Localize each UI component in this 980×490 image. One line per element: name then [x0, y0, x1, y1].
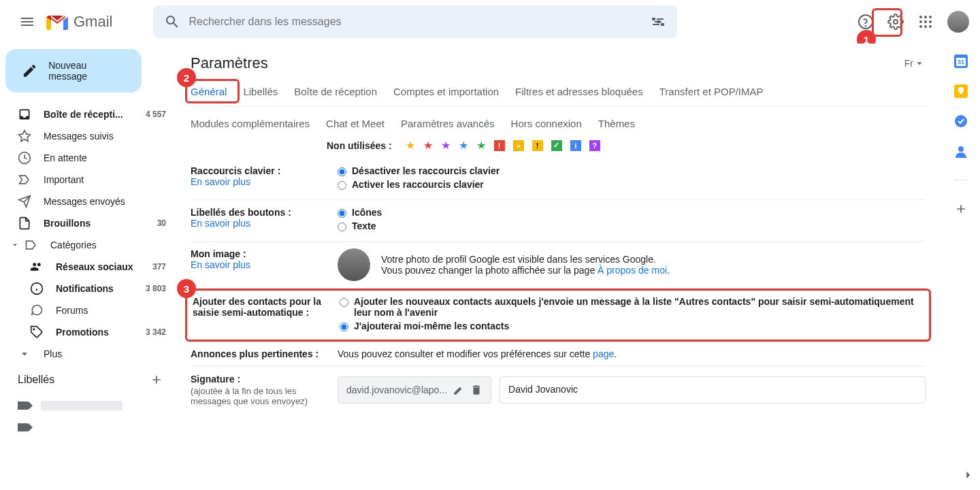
ads-page-link[interactable]: page: [593, 348, 614, 359]
badge-purple-question[interactable]: ?: [589, 140, 600, 151]
tab-offline[interactable]: Hors connexion: [511, 115, 582, 132]
tab-accounts[interactable]: Comptes et importation: [393, 83, 499, 103]
setting-label-text: Annonces plus pertinentes :: [191, 348, 318, 359]
compose-label: Nouveau message: [48, 60, 125, 82]
add-app-icon[interactable]: [954, 202, 968, 216]
sidebar-item-inbox[interactable]: Boîte de récepti... 4 557: [0, 103, 174, 125]
learn-more-link[interactable]: En savoir plus: [191, 218, 250, 229]
compose-button[interactable]: Nouveau message: [5, 49, 142, 93]
svg-point-20: [958, 146, 964, 152]
learn-more-link[interactable]: En savoir plus: [191, 259, 250, 270]
sidebar-item-label: Boîte de récepti...: [44, 109, 146, 120]
svg-point-3: [919, 16, 922, 18]
tab-inbox[interactable]: Boîte de réception: [294, 83, 377, 103]
radio-label[interactable]: Activer les raccourcis clavier: [352, 179, 484, 190]
tab-filters[interactable]: Filtres et adresses bloquées: [515, 83, 643, 103]
radio-autocontacts-on[interactable]: [340, 298, 348, 307]
star-red[interactable]: ★: [423, 139, 433, 152]
tab-chat[interactable]: Chat et Meet: [326, 115, 385, 132]
radio-label[interactable]: Ajouter les nouveaux contacts auxquels j…: [354, 296, 924, 318]
sidebar-item-promos[interactable]: Promotions 3 342: [0, 321, 174, 343]
label-icon: [18, 423, 29, 431]
search-options-icon[interactable]: [650, 14, 666, 30]
radio-shortcuts-off[interactable]: [338, 167, 346, 176]
setting-label-text: Signature :: [191, 374, 240, 385]
radio-shortcuts-on[interactable]: [338, 181, 346, 190]
tab-pop[interactable]: Transfert et POP/IMAP: [659, 83, 764, 103]
radio-btnlabels-text[interactable]: [338, 223, 346, 231]
star-green[interactable]: ★: [476, 139, 486, 152]
label-item[interactable]: [0, 416, 174, 438]
language-selector[interactable]: Fr: [904, 57, 926, 69]
tab-labels[interactable]: Libellés: [243, 83, 278, 103]
svg-point-1: [866, 26, 866, 27]
search-input[interactable]: [189, 16, 650, 28]
setting-label-text: Raccourcis clavier :: [191, 165, 280, 176]
signature-selector[interactable]: david.jovanovic@lapo...: [338, 376, 491, 404]
radio-autocontacts-off[interactable]: [340, 323, 348, 331]
about-me-link[interactable]: À propos de moi: [598, 265, 667, 276]
signature-editor[interactable]: David Jovanovic: [500, 376, 926, 404]
sent-icon: [18, 195, 31, 208]
menu-button[interactable]: [11, 5, 44, 38]
sidebar-item-label: Forums: [56, 305, 166, 316]
sidebar-item-label: Plus: [44, 348, 166, 359]
sidebar-item-label: Brouillons: [44, 218, 157, 229]
sidebar-item-updates[interactable]: Notifications 3 803: [0, 278, 174, 299]
plus-icon[interactable]: [150, 373, 163, 387]
star-icon: [18, 129, 31, 143]
settings-button[interactable]: [882, 8, 909, 35]
svg-point-8: [929, 20, 932, 23]
setting-label-text: Libellés des boutons :: [191, 207, 291, 218]
star-orange[interactable]: ★: [406, 139, 415, 152]
badge-red-exclaim[interactable]: !: [494, 140, 505, 151]
profile-avatar[interactable]: [338, 248, 370, 281]
sidebar-item-forums[interactable]: Forums: [0, 299, 174, 321]
keep-app-icon[interactable]: [954, 84, 968, 98]
account-avatar[interactable]: [947, 11, 969, 33]
apps-button[interactable]: [912, 8, 939, 35]
star-blue[interactable]: ★: [459, 139, 468, 152]
sidebar-item-drafts[interactable]: Brouillons 30: [0, 212, 174, 234]
sidebar-item-important[interactable]: Important: [0, 169, 174, 191]
pencil-icon: [22, 63, 37, 79]
tasks-app-icon[interactable]: [954, 114, 968, 128]
gmail-logo[interactable]: Gmail: [46, 13, 112, 31]
info-icon: [30, 282, 44, 295]
stars-unused-row: Non utilisées : ★ ★ ★ ★ ★ ! » ! ✓ i ?: [327, 139, 926, 159]
badge-yellow-exclaim[interactable]: !: [532, 140, 543, 151]
apps-icon: [917, 14, 934, 30]
radio-btnlabels-icons[interactable]: [338, 209, 346, 218]
sidebar-item-social[interactable]: Réseaux sociaux 377: [0, 256, 174, 278]
search-bar[interactable]: [153, 5, 677, 38]
contacts-app-icon[interactable]: [954, 144, 968, 158]
hide-panel-button[interactable]: [961, 468, 975, 482]
svg-point-5: [929, 16, 932, 18]
sidebar-item-snoozed[interactable]: En attente: [0, 147, 174, 169]
tab-themes[interactable]: Thèmes: [598, 115, 635, 132]
pencil-icon[interactable]: [453, 384, 465, 396]
svg-point-2: [894, 20, 898, 24]
badge-green-check[interactable]: ✓: [551, 140, 562, 151]
star-purple[interactable]: ★: [441, 139, 451, 152]
sidebar-item-more[interactable]: Plus: [0, 343, 174, 365]
radio-label[interactable]: J'ajouterai moi-même les contacts: [354, 321, 509, 331]
radio-label[interactable]: Icônes: [352, 207, 382, 218]
label-item[interactable]: [0, 395, 174, 416]
tab-addons[interactable]: Modules complémentaires: [191, 115, 310, 132]
setting-keyboard-shortcuts: Raccourcis clavier : En savoir plus Désa…: [191, 159, 926, 200]
sidebar-item-starred[interactable]: Messages suivis: [0, 125, 174, 147]
calendar-app-icon[interactable]: 31: [954, 54, 968, 68]
sidebar-item-sent[interactable]: Messages envoyés: [0, 191, 174, 212]
sidebar-item-categories[interactable]: Catégories: [0, 234, 174, 256]
tab-general[interactable]: Général: [191, 83, 227, 103]
badge-blue-info[interactable]: i: [570, 140, 581, 151]
badge-orange-arrow[interactable]: »: [513, 140, 524, 151]
tab-advanced[interactable]: Paramètres avancés: [401, 115, 495, 132]
label-name-redacted: [41, 401, 122, 410]
help-icon: [858, 14, 874, 30]
radio-label[interactable]: Désactiver les raccourcis clavier: [352, 165, 500, 176]
trash-icon[interactable]: [470, 384, 483, 396]
radio-label[interactable]: Texte: [352, 220, 376, 231]
learn-more-link[interactable]: En savoir plus: [191, 176, 250, 187]
